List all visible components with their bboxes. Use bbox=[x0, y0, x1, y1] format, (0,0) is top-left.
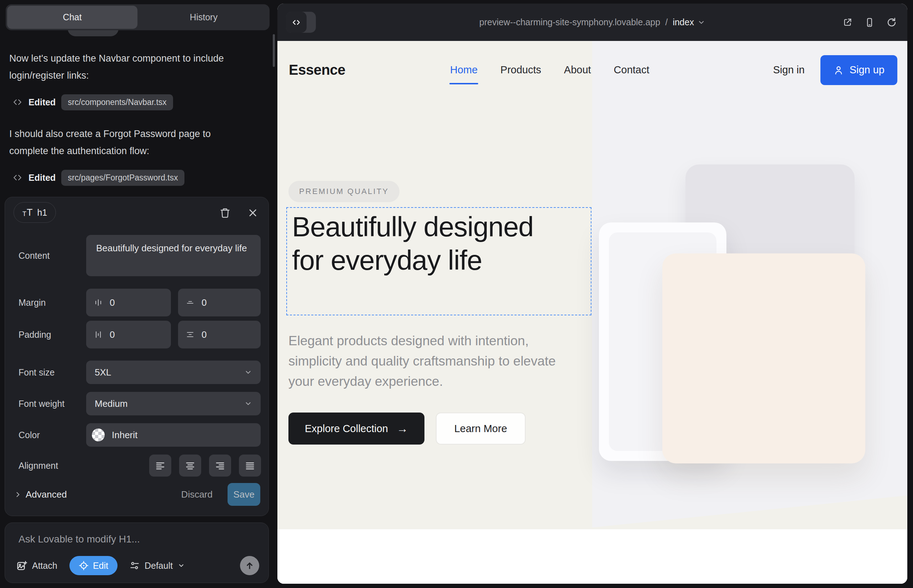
explore-collection-button[interactable]: Explore Collection → bbox=[288, 412, 424, 444]
chevron-down-icon bbox=[698, 18, 706, 26]
align-justify-button[interactable] bbox=[239, 454, 261, 477]
margin-x-input[interactable]: 0 bbox=[86, 289, 171, 317]
padding-y-input[interactable]: 0 bbox=[178, 321, 261, 349]
mode-label: Default bbox=[144, 561, 173, 571]
lovable-app-window: Chat History Now let's update the Navbar… bbox=[0, 0, 913, 588]
align-center-button[interactable] bbox=[179, 454, 201, 477]
refresh-button[interactable] bbox=[887, 18, 897, 27]
chevron-down-icon bbox=[178, 562, 185, 569]
padding-y-value: 0 bbox=[202, 329, 207, 340]
hero-section: Essence Home Products About Contact Sign… bbox=[277, 41, 907, 529]
color-row: Color Inherit bbox=[5, 423, 269, 447]
code-toggle-segment[interactable] bbox=[286, 12, 307, 33]
chevron-right-icon bbox=[14, 491, 21, 498]
margin-label: Margin bbox=[18, 297, 45, 308]
align-right-button[interactable] bbox=[209, 454, 231, 477]
type-icon: TT bbox=[23, 208, 33, 218]
nav-link-home[interactable]: Home bbox=[450, 64, 478, 76]
content-label: Content bbox=[18, 250, 50, 261]
chat-message-list: Now let's update the Navbar component to… bbox=[9, 50, 243, 201]
decorative-card-cream bbox=[662, 254, 865, 464]
edit-mode-button[interactable]: Edit bbox=[70, 556, 118, 575]
alignment-row: Alignment bbox=[5, 454, 269, 477]
discard-button[interactable]: Discard bbox=[181, 489, 212, 500]
browser-actions bbox=[842, 3, 897, 41]
content-input[interactable]: Beautifully designed for everyday life bbox=[86, 235, 261, 276]
alignment-options bbox=[149, 454, 261, 477]
align-left-button[interactable] bbox=[149, 454, 171, 477]
site-logo[interactable]: Essence bbox=[289, 41, 345, 99]
url-host: preview--charming-site-symphony.lovable.… bbox=[479, 17, 660, 27]
chat-message: Now let's update the Navbar component to… bbox=[9, 50, 243, 84]
tab-chat[interactable]: Chat bbox=[7, 6, 138, 29]
active-nav-underline bbox=[449, 83, 478, 84]
chevron-down-icon bbox=[244, 400, 252, 407]
align-right-icon bbox=[215, 460, 225, 471]
preview-browser-frame: preview--charming-site-symphony.lovable.… bbox=[277, 3, 907, 584]
send-button[interactable] bbox=[240, 556, 259, 575]
chevron-down-icon bbox=[244, 368, 252, 376]
padding-y-icon bbox=[186, 330, 194, 339]
file-chip[interactable]: src/components/Navbar.tsx bbox=[61, 94, 173, 110]
edited-label: Edited bbox=[29, 173, 55, 183]
alignment-label: Alignment bbox=[18, 460, 58, 471]
nav-link-contact[interactable]: Contact bbox=[614, 64, 649, 76]
font-weight-label: Font weight bbox=[18, 399, 65, 409]
hero-description: Elegant products designed with intention… bbox=[288, 331, 577, 391]
mobile-view-button[interactable] bbox=[864, 18, 874, 27]
color-value: Inherit bbox=[112, 430, 138, 441]
nav-link-about[interactable]: About bbox=[564, 64, 591, 76]
code-preview-toggle[interactable] bbox=[286, 12, 316, 33]
url-bar[interactable]: preview--charming-site-symphony.lovable.… bbox=[479, 3, 706, 41]
padding-label: Padding bbox=[18, 330, 51, 340]
mode-selector[interactable]: Default bbox=[130, 561, 185, 571]
advanced-toggle[interactable]: Advanced bbox=[14, 489, 67, 500]
align-justify-icon bbox=[244, 460, 255, 471]
file-chip[interactable]: src/pages/ForgotPassword.tsx bbox=[61, 170, 184, 186]
target-icon bbox=[79, 561, 89, 570]
color-label: Color bbox=[18, 430, 40, 440]
font-weight-select[interactable]: Medium bbox=[86, 392, 261, 415]
nav-link-products[interactable]: Products bbox=[500, 64, 541, 76]
edited-file-row: Edited src/components/Navbar.tsx bbox=[12, 94, 243, 110]
url-page: index bbox=[673, 17, 694, 27]
margin-x-value: 0 bbox=[110, 297, 115, 308]
hero-headline[interactable]: Beautifully designed for everyday life bbox=[292, 210, 563, 277]
composer-toolbar: Attach Edit Default bbox=[16, 556, 259, 575]
element-editor-panel: TT h1 Content Beautifully designed for e… bbox=[5, 197, 269, 516]
auth-actions: Sign in Sign up bbox=[773, 41, 897, 99]
save-button[interactable]: Save bbox=[228, 483, 260, 506]
attach-label: Attach bbox=[32, 561, 57, 571]
open-external-button[interactable] bbox=[842, 18, 853, 27]
url-separator: / bbox=[665, 17, 668, 27]
nav-link-home-label: Home bbox=[450, 64, 478, 76]
font-size-select[interactable]: 5XL bbox=[86, 360, 261, 384]
font-weight-value: Medium bbox=[95, 398, 128, 409]
color-select[interactable]: Inherit bbox=[86, 423, 261, 447]
element-selection-outline[interactable]: Beautifully designed for everyday life bbox=[286, 207, 591, 315]
tag-name: h1 bbox=[37, 207, 47, 218]
arrow-up-icon bbox=[244, 561, 254, 570]
explore-collection-label: Explore Collection bbox=[305, 423, 388, 435]
tab-chat-label: Chat bbox=[63, 12, 82, 23]
tab-history[interactable]: History bbox=[138, 4, 270, 30]
margin-y-input[interactable]: 0 bbox=[178, 289, 261, 317]
margin-y-value: 0 bbox=[202, 297, 207, 308]
attach-button[interactable]: Attach bbox=[16, 560, 57, 571]
delete-element-button[interactable] bbox=[219, 207, 231, 219]
composer-input[interactable]: Ask Lovable to modify H1... bbox=[18, 533, 140, 545]
site-viewport: Essence Home Products About Contact Sign… bbox=[277, 41, 907, 584]
align-left-icon bbox=[155, 460, 165, 471]
margin-y-icon bbox=[186, 298, 194, 307]
sign-in-button[interactable]: Sign in bbox=[773, 64, 805, 76]
hero-badge: PREMIUM QUALITY bbox=[288, 181, 400, 202]
learn-more-button[interactable]: Learn More bbox=[436, 412, 526, 444]
font-size-row: Font size 5XL bbox=[5, 360, 269, 384]
padding-x-input[interactable]: 0 bbox=[86, 321, 171, 349]
advanced-label: Advanced bbox=[26, 489, 67, 500]
chat-history-tabbar: Chat History bbox=[6, 4, 270, 30]
sign-up-button[interactable]: Sign up bbox=[821, 55, 897, 85]
chat-scrollbar[interactable] bbox=[273, 34, 275, 67]
close-editor-button[interactable] bbox=[246, 207, 259, 219]
code-icon bbox=[12, 173, 23, 182]
